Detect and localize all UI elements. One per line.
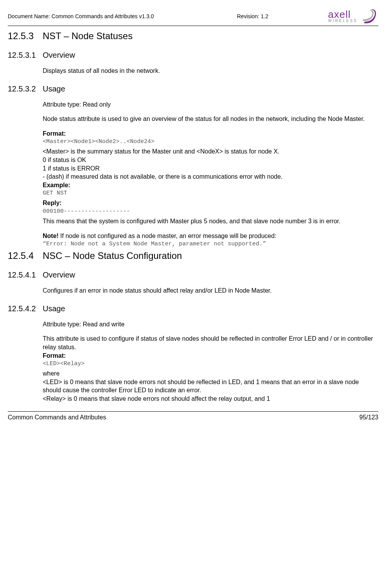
paragraph: Attribute type: Read only — [43, 100, 374, 109]
logo: axell WIRELESS — [328, 8, 378, 25]
paragraph: Attribute type: Read and write — [43, 320, 374, 329]
document-header: Document Name: Common Commands and Attri… — [8, 8, 378, 25]
subsection-title: Overview — [43, 51, 75, 60]
subsection-num: 12.5.4.1 — [8, 271, 43, 279]
note-paragraph: Note! If node is not configured as a nod… — [43, 232, 374, 240]
paragraph: Node status attribute is used to give an… — [43, 115, 374, 123]
footer-page-number: 95/123 — [359, 414, 378, 421]
paragraph: <Master> is the summary status for the M… — [43, 147, 374, 156]
subsection-heading-overview: 12.5.4.1 Overview — [8, 271, 374, 279]
logo-swirl-icon — [359, 8, 378, 25]
subsection-title: Usage — [43, 84, 65, 93]
example-label: Example: — [43, 181, 374, 190]
section-num: 12.5.3 — [8, 31, 43, 41]
paragraph: where — [43, 369, 374, 378]
paragraph: This attribute is used to configure if s… — [43, 335, 374, 351]
paragraph: Displays status of all nodes in the netw… — [43, 67, 374, 75]
subsection-num: 12.5.4.2 — [8, 304, 43, 313]
note-label: Note! — [43, 233, 59, 239]
note-text: If node is not configured as a node mast… — [59, 233, 276, 239]
footer-divider — [8, 411, 378, 412]
paragraph: Configures if an error in node status sh… — [43, 286, 374, 295]
example-code: GET NST — [43, 190, 374, 197]
subsection-heading-overview: 12.5.3.1 Overview — [8, 51, 374, 60]
paragraph: This means that the system is configured… — [43, 217, 374, 226]
paragraph: - (dash) if measured data is not availab… — [43, 172, 374, 181]
paragraph: <Relay> is 0 means that slave node error… — [43, 395, 374, 403]
header-divider — [8, 26, 378, 26]
reply-label: Reply: — [43, 199, 374, 207]
format-code: <Master><Node1><Node2>..<Node24> — [43, 138, 374, 145]
doc-name: Document Name: Common Commands and Attri… — [8, 13, 154, 19]
format-code: <LED><Relay> — [43, 360, 374, 367]
paragraph: <LED> is 0 means that slave node errors … — [43, 378, 374, 395]
section-num: 12.5.4 — [8, 250, 43, 261]
subsection-heading-usage: 12.5.3.2 Usage — [8, 84, 374, 93]
format-label: Format: — [43, 352, 374, 360]
logo-subtext: WIRELESS — [328, 19, 357, 22]
main-content: 12.5.3 NST – Node Statuses 12.5.3.1 Over… — [8, 31, 378, 403]
subsection-title: Usage — [43, 304, 65, 313]
section-heading-nst: 12.5.3 NST – Node Statuses — [8, 31, 374, 41]
section-title: NST – Node Statuses — [43, 31, 133, 41]
subsection-num: 12.5.3.2 — [8, 84, 43, 93]
doc-revision: Revision: 1.2 — [154, 13, 328, 19]
paragraph: 1 if status is ERROR — [43, 164, 374, 173]
paragraph: 0 if status is OK — [43, 156, 374, 164]
footer-left: Common Commands and Attributes — [8, 414, 106, 421]
subsection-num: 12.5.3.1 — [8, 51, 43, 60]
subsection-title: Overview — [43, 271, 75, 279]
error-code: “Error: Node not a System Node Master, p… — [43, 241, 374, 247]
reply-code: 000100------------------- — [43, 208, 374, 215]
subsection-heading-usage: 12.5.4.2 Usage — [8, 304, 374, 313]
section-title: NSC – Node Status Configuration — [43, 250, 182, 261]
format-label: Format: — [43, 129, 374, 138]
document-footer: Common Commands and Attributes 95/123 — [8, 414, 378, 426]
section-heading-nsc: 12.5.4 NSC – Node Status Configuration — [8, 250, 374, 261]
